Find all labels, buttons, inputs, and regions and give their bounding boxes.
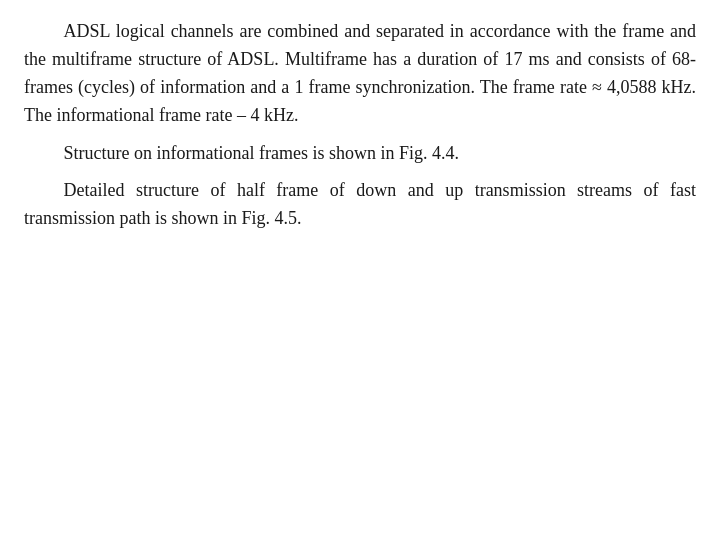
content-area: ADSL logical channels are combined and s… [24, 18, 696, 233]
paragraph-1: ADSL logical channels are combined and s… [24, 18, 696, 130]
paragraph-3: Detailed structure of half frame of down… [24, 177, 696, 233]
paragraph-2: Structure on informational frames is sho… [24, 140, 696, 168]
